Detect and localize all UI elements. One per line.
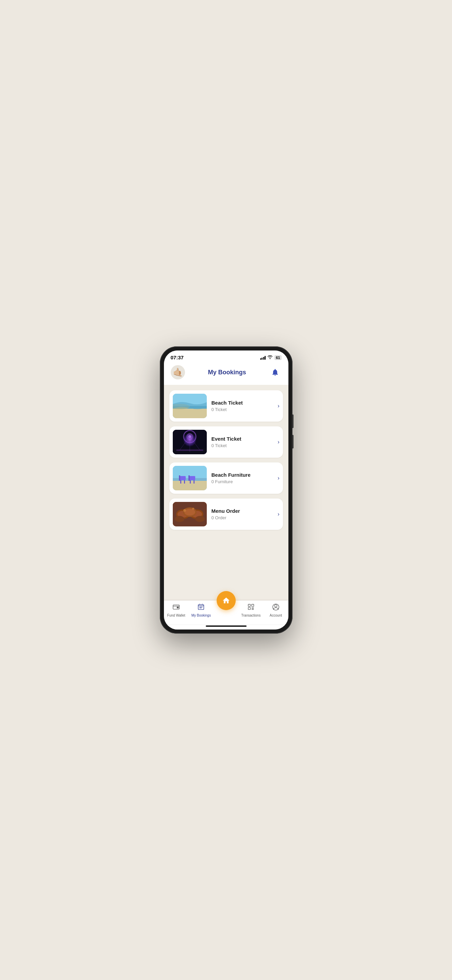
svg-rect-42 [248, 605, 250, 606]
battery-icon: 61 [274, 355, 281, 360]
svg-point-30 [184, 509, 195, 515]
svg-point-48 [274, 605, 277, 607]
svg-rect-47 [248, 608, 250, 609]
booking-card-beach-furniture[interactable]: Beach Furniture 0 Furniture › [170, 463, 283, 494]
page-title: My Bookings [208, 369, 246, 376]
fund-wallet-label: Fund Wallet [167, 614, 186, 617]
beach-furniture-info: Beach Furniture 0 Furniture [211, 472, 273, 484]
bottom-navigation: Fund Wallet My Bookings [164, 601, 289, 624]
beach-furniture-title: Beach Furniture [211, 472, 273, 478]
beach-furniture-image [173, 466, 207, 490]
phone-button-right [292, 414, 293, 428]
menu-order-image [173, 502, 207, 527]
nav-item-transactions[interactable]: Transactions [238, 603, 263, 617]
svg-rect-21 [190, 480, 191, 484]
notification-button[interactable] [269, 366, 281, 379]
beach-ticket-subtitle: 0 Ticket [211, 407, 273, 412]
event-ticket-title: Event Ticket [211, 436, 273, 442]
beach-ticket-chevron: › [278, 403, 279, 409]
phone-frame: 07:37 61 🤙🏼 [160, 347, 292, 633]
beach-ticket-info: Beach Ticket 0 Ticket [211, 400, 273, 412]
transactions-icon [247, 603, 255, 612]
my-bookings-icon [197, 603, 205, 612]
home-indicator [164, 624, 289, 630]
svg-point-6 [186, 433, 193, 440]
svg-rect-23 [189, 476, 190, 481]
nav-item-fund-wallet[interactable]: Fund Wallet [164, 603, 189, 617]
wifi-icon [267, 355, 273, 360]
signal-icon [260, 356, 266, 360]
nav-item-my-bookings[interactable]: My Bookings [189, 603, 214, 617]
svg-rect-16 [179, 476, 186, 480]
status-time: 07:37 [171, 355, 184, 360]
phone-button-right2 [292, 435, 293, 449]
svg-rect-19 [179, 476, 180, 481]
beach-furniture-subtitle: 0 Furniture [211, 479, 273, 484]
menu-order-subtitle: 0 Order [211, 515, 273, 520]
menu-order-chevron: › [278, 511, 279, 517]
home-fab-button[interactable] [217, 591, 236, 610]
event-ticket-info: Event Ticket 0 Ticket [211, 436, 273, 448]
my-bookings-label: My Bookings [192, 614, 211, 617]
svg-point-33 [183, 509, 186, 512]
svg-rect-18 [184, 480, 185, 484]
fund-wallet-icon [173, 603, 180, 612]
event-ticket-subtitle: 0 Ticket [211, 443, 273, 448]
phone-screen: 07:37 61 🤙🏼 [164, 350, 289, 630]
beach-ticket-title: Beach Ticket [211, 400, 273, 406]
app-header: 🤙🏼 My Bookings [164, 363, 289, 385]
user-avatar[interactable]: 🤙🏼 [171, 365, 185, 379]
svg-rect-22 [193, 480, 195, 484]
transactions-label: Transactions [241, 614, 260, 617]
svg-point-32 [195, 516, 205, 522]
menu-order-info: Menu Order 0 Order [211, 508, 273, 520]
svg-point-7 [189, 435, 191, 438]
svg-point-34 [192, 508, 194, 510]
booking-card-event-ticket[interactable]: Event Ticket 0 Ticket › [170, 426, 283, 458]
status-icons: 61 [260, 355, 282, 360]
event-ticket-chevron: › [278, 439, 279, 445]
beach-ticket-image [173, 394, 207, 418]
svg-rect-2 [173, 409, 207, 418]
status-bar: 07:37 61 [164, 350, 289, 363]
event-ticket-image [173, 430, 207, 454]
content-area: Beach Ticket 0 Ticket › [164, 385, 289, 601]
svg-rect-17 [180, 480, 181, 484]
svg-point-31 [175, 516, 184, 522]
svg-rect-20 [189, 476, 195, 480]
svg-rect-36 [177, 607, 179, 608]
home-indicator-bar [206, 625, 247, 627]
svg-rect-43 [252, 605, 254, 606]
booking-card-menu-order[interactable]: Menu Order 0 Order › [170, 498, 283, 530]
nav-item-account[interactable]: Account [263, 603, 288, 617]
beach-furniture-chevron: › [278, 475, 279, 481]
account-label: Account [270, 614, 282, 617]
booking-card-beach-ticket[interactable]: Beach Ticket 0 Ticket › [170, 390, 283, 422]
account-icon [272, 603, 279, 612]
menu-order-title: Menu Order [211, 508, 273, 514]
